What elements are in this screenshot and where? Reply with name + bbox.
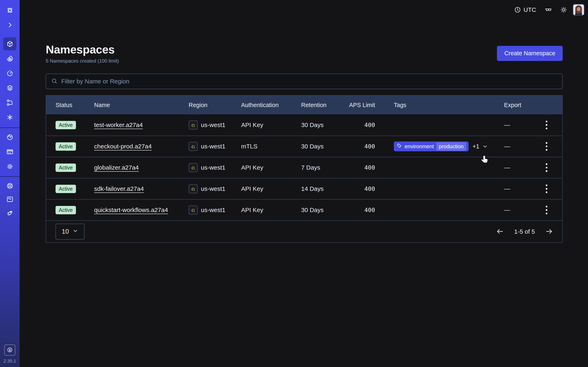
create-namespace-button[interactable]: Create Namespace: [497, 46, 563, 61]
sidebar-item-asterisk[interactable]: [3, 111, 16, 124]
namespace-link[interactable]: test-worker.a27a4: [94, 122, 143, 128]
region-label: us-west1: [201, 143, 225, 150]
filter-input[interactable]: [61, 78, 557, 85]
pagination-bar: 10 1-5 of 5: [46, 220, 562, 242]
retention-label: 30 Days: [301, 122, 348, 128]
tag-value-label: production: [436, 142, 466, 151]
gcp-region-icon: [189, 142, 198, 151]
status-badge: Active: [56, 121, 76, 129]
gear-icon: [6, 163, 13, 170]
timezone-button[interactable]: UTC: [511, 4, 539, 15]
sidebar-item-settings[interactable]: [3, 160, 16, 173]
table-row: Active checkout-prod.a27a4 us-west1 mTLS…: [46, 136, 562, 157]
sidebar-expand-button[interactable]: [3, 18, 16, 31]
screen-sparkle-icon: [6, 196, 13, 203]
svg-text:$: $: [9, 348, 11, 351]
namespace-link[interactable]: sdk-failover.a27a4: [94, 185, 144, 192]
readonly-glasses-button[interactable]: [542, 4, 554, 15]
column-header-name: Name: [94, 102, 189, 108]
table-row: Active globalizer.a27a4 us-west1 API Key…: [46, 157, 562, 178]
credit-card-icon: [6, 148, 13, 155]
page-size-select[interactable]: 10: [56, 224, 85, 240]
status-badge: Active: [56, 142, 76, 151]
row-menu-button[interactable]: [544, 119, 549, 131]
status-badge: Active: [56, 185, 76, 193]
timezone-label: UTC: [523, 6, 536, 13]
sidebar-item-feedback[interactable]: [3, 193, 16, 206]
sidebar-item-layers[interactable]: [3, 81, 16, 94]
temporal-logo-icon: [6, 7, 13, 14]
clock-icon: [514, 6, 521, 13]
lifebuoy-icon: [6, 182, 13, 189]
sidebar-item-spiral[interactable]: [3, 52, 16, 65]
page-title: Namespaces: [46, 43, 119, 56]
page-subtitle: 5 Namespaces created (100 limit): [46, 58, 119, 64]
column-header-authentication: Authentication: [241, 102, 301, 108]
sidebar-item-workflow-graph[interactable]: [3, 96, 16, 109]
sidebar-item-billing[interactable]: [3, 145, 16, 158]
sidebar-item-getting-started[interactable]: [3, 206, 16, 219]
row-menu-button[interactable]: [544, 183, 549, 195]
aps-limit-value: 400: [348, 143, 375, 150]
app-version: 2.35.1: [3, 359, 16, 364]
export-value: —: [504, 164, 537, 171]
user-avatar[interactable]: [573, 4, 584, 16]
tag-pill[interactable]: environment production: [394, 142, 468, 151]
tags-expand-chevron-icon[interactable]: [482, 143, 488, 149]
row-menu-button[interactable]: [544, 161, 549, 174]
sun-icon: [560, 6, 567, 13]
spiral-icon: [6, 55, 13, 62]
namespace-link[interactable]: checkout-prod.a27a4: [94, 143, 152, 150]
workflow-graph-icon: [6, 99, 13, 106]
table-body: Active test-worker.a27a4 us-west1 API Ke…: [46, 114, 562, 220]
sidebar-item-timer[interactable]: [3, 67, 16, 80]
asterisk-icon: [6, 114, 13, 121]
search-icon: [51, 78, 58, 85]
region-label: us-west1: [201, 122, 225, 128]
namespace-link[interactable]: globalizer.a27a4: [94, 164, 139, 171]
aps-limit-value: 400: [348, 122, 375, 128]
gcp-region-icon: [189, 184, 198, 193]
column-header-aps-limit: APS Limit: [348, 102, 375, 108]
column-header-tags: Tags: [375, 102, 504, 108]
export-value: —: [504, 207, 537, 213]
usage-button[interactable]: $: [4, 345, 15, 356]
filter-bar: [46, 74, 563, 89]
rocket-icon: [6, 209, 13, 216]
sidebar-item-support[interactable]: [3, 179, 16, 192]
export-value: —: [504, 122, 537, 128]
arrow-left-icon: [496, 227, 504, 236]
aps-limit-value: 400: [348, 207, 375, 213]
main-content: Namespaces 5 Namespaces created (100 lim…: [20, 19, 588, 243]
arrow-right-icon: [545, 227, 553, 236]
export-value: —: [504, 143, 537, 150]
column-header-retention: Retention: [301, 102, 348, 108]
status-badge: Active: [56, 206, 76, 214]
sidebar-item-gauge[interactable]: [3, 131, 16, 143]
retention-label: 14 Days: [301, 185, 348, 192]
topbar: UTC: [20, 0, 588, 19]
gcp-region-icon: [189, 120, 198, 129]
tag-key-label: environment: [405, 143, 434, 150]
page-size-value: 10: [62, 228, 69, 235]
sidebar-divider: [0, 176, 20, 177]
aps-limit-value: 400: [348, 164, 375, 171]
authentication-label: API Key: [241, 122, 301, 128]
glasses-icon: [545, 6, 552, 13]
namespace-link[interactable]: quickstart-workflows.a27a4: [94, 207, 168, 213]
authentication-label: API Key: [241, 185, 301, 192]
pagination-range-label: 1-5 of 5: [514, 228, 535, 235]
row-menu-button[interactable]: [544, 140, 549, 153]
column-header-status: Status: [56, 102, 94, 108]
row-menu-button[interactable]: [544, 204, 549, 216]
authentication-label: API Key: [241, 207, 301, 213]
column-header-region: Region: [189, 102, 241, 108]
previous-page-button[interactable]: [495, 226, 505, 237]
sidebar-item-home[interactable]: [3, 4, 16, 17]
next-page-button[interactable]: [544, 226, 554, 237]
tags-cell: environment production +1: [375, 142, 504, 151]
sidebar-item-namespaces[interactable]: [3, 37, 16, 50]
gcp-region-icon: [189, 206, 198, 215]
theme-toggle-button[interactable]: [557, 4, 570, 15]
tag-icon: [397, 143, 402, 150]
